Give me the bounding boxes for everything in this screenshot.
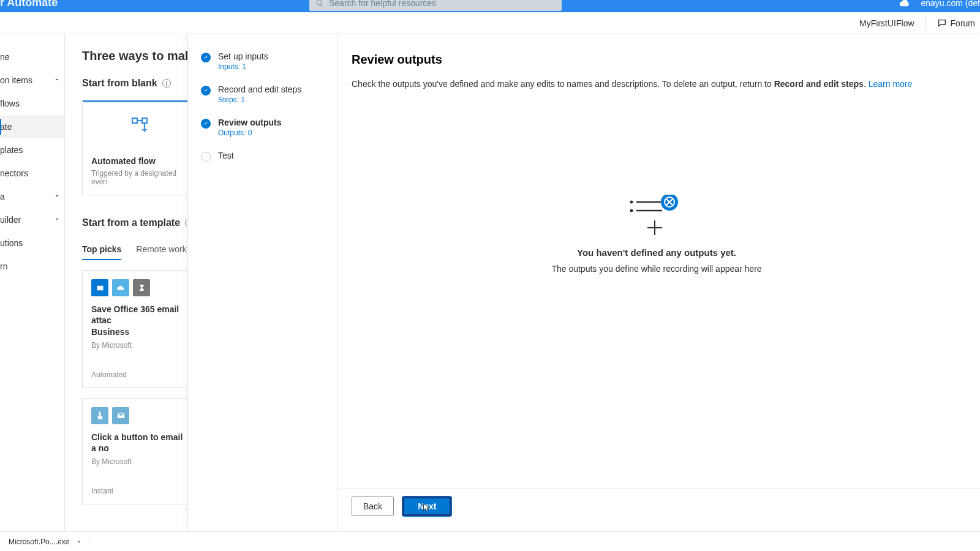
search-icon [315, 0, 324, 7]
wizard-step[interactable]: Set up inputsInputs: 1 [201, 51, 326, 71]
review-description: Check the outputs you've defined and mak… [352, 78, 962, 91]
outlook-icon [91, 279, 108, 296]
template-icons [91, 407, 189, 424]
search-box[interactable]: Search for helpful resources [309, 0, 562, 11]
back-button[interactable]: Back [352, 497, 394, 516]
chat-icon [937, 18, 947, 28]
nav-item[interactable]: ne [0, 45, 64, 69]
svg-rect-1 [142, 118, 147, 123]
wizard-panel: Set up inputsInputs: 1Record and edit st… [187, 34, 980, 531]
wizard-step[interactable]: Review outputsOutputs: 0 [201, 118, 326, 137]
nav-label: ate [0, 122, 55, 132]
template-by: By Microsoft [91, 457, 189, 466]
nav-item[interactable]: plates [0, 138, 64, 162]
step-label: Review outputs [218, 118, 281, 127]
flow-name: MyFirstUIFlow [859, 18, 914, 28]
step-sublabel: Outputs: 0 [218, 129, 281, 137]
desc-text: . [864, 79, 869, 89]
learn-more-link[interactable]: Learn more [869, 79, 913, 89]
nav-item[interactable]: flows [0, 92, 64, 115]
nav-label: nectors [0, 168, 55, 178]
automated-flow-card[interactable]: Automated flow Triggered by a designated… [82, 100, 198, 195]
nav-item[interactable]: nectors [0, 162, 64, 185]
brand-name: r Automate [0, 0, 58, 9]
hourglass-icon [133, 279, 150, 296]
step-label: Set up inputs [218, 51, 268, 61]
download-bar: Microsoft.Po....exe [0, 531, 980, 551]
circle-icon [201, 152, 211, 162]
template-card[interactable]: Save Office 365 email attac Business By … [82, 270, 198, 388]
flow-icon [130, 116, 150, 136]
topbar-right: enayu.com (def [899, 0, 981, 9]
step-sublabel: Inputs: 1 [218, 62, 268, 71]
template-title: Click a button to email a no [91, 432, 189, 454]
check-icon [201, 53, 211, 62]
card-title: Automated flow [91, 156, 189, 167]
empty-subtitle: The outputs you define while recording w… [352, 264, 962, 274]
forum-label: Forum [951, 18, 975, 28]
cloud-icon [899, 0, 910, 9]
top-bar: r Automate Search for helpful resources … [0, 0, 980, 12]
desc-bold: Record and edit steps [774, 79, 864, 89]
next-button[interactable]: Next [402, 497, 451, 516]
wizard-steps: Set up inputsInputs: 1Record and edit st… [187, 34, 338, 531]
review-heading: Review outputs [352, 53, 962, 67]
nav-item[interactable]: rn [0, 255, 64, 278]
chevron-down-icon [53, 192, 61, 201]
empty-illustration [629, 195, 684, 238]
template-icons [91, 279, 189, 296]
template-type: Automated [91, 370, 189, 379]
forum-link[interactable]: Forum [937, 18, 975, 28]
desc-text: Check the outputs you've defined and mak… [352, 79, 774, 89]
onedrive-icon [112, 279, 129, 296]
template-type: Instant [91, 487, 189, 495]
step-label: Test [218, 151, 234, 160]
svg-rect-2 [97, 285, 103, 290]
chevron-up-icon[interactable] [75, 538, 83, 545]
wizard-step[interactable]: Record and edit stepsSteps: 1 [201, 84, 326, 104]
next-label: Next [418, 501, 436, 511]
template-by: By Microsoft [91, 341, 189, 350]
secondary-bar: MyFirstUIFlow Forum [0, 12, 980, 34]
step-sublabel: Steps: 1 [218, 96, 301, 104]
nav-label: uilder [0, 215, 55, 225]
section-label: Start from a template [82, 217, 180, 228]
nav-item[interactable]: uilder [0, 208, 64, 231]
divider [925, 17, 926, 29]
template-card[interactable]: Click a button to email a no By Microsof… [82, 398, 198, 504]
svg-point-3 [630, 201, 633, 204]
card-head [83, 100, 198, 149]
download-file[interactable]: Microsoft.Po....exe [9, 538, 69, 546]
nav-label: ne [0, 52, 55, 62]
check-icon [201, 86, 211, 96]
nav-label: plates [0, 145, 55, 155]
nav-label: on items [0, 75, 55, 85]
wizard-content: Review outputs Check the outputs you've … [338, 34, 980, 531]
svg-point-5 [630, 209, 633, 212]
empty-state: You haven't defined any outputs yet. The… [352, 195, 962, 274]
nav-label: rn [0, 261, 55, 271]
nav-label: flows [0, 99, 55, 108]
wizard-footer: Back Next [338, 489, 980, 531]
tab-remote-work[interactable]: Remote work [136, 244, 186, 260]
template-title: Save Office 365 email attac Business [91, 304, 189, 337]
search-placeholder: Search for helpful resources [329, 0, 436, 8]
tenant-name: enayu.com (def [921, 0, 981, 8]
section-label: Start from blank [82, 78, 157, 89]
left-nav: neon itemsflowsateplatesnectorsauilderut… [0, 34, 65, 531]
svg-rect-0 [132, 118, 137, 123]
chevron-down-icon [53, 75, 61, 85]
tab-top-picks[interactable]: Top picks [82, 244, 121, 260]
nav-label: utions [0, 238, 55, 248]
card-body: Automated flow Triggered by a designated… [83, 149, 198, 195]
nav-item[interactable]: utions [0, 231, 64, 255]
nav-item[interactable]: ate [0, 115, 64, 138]
nav-item[interactable]: a [0, 185, 64, 208]
touch-icon [91, 407, 108, 424]
chevron-down-icon [53, 215, 61, 225]
wizard-step[interactable]: Test [201, 151, 326, 162]
nav-item[interactable]: on items [0, 69, 64, 92]
info-icon[interactable]: i [162, 79, 171, 88]
mail-icon [112, 407, 129, 424]
step-label: Record and edit steps [218, 84, 301, 94]
